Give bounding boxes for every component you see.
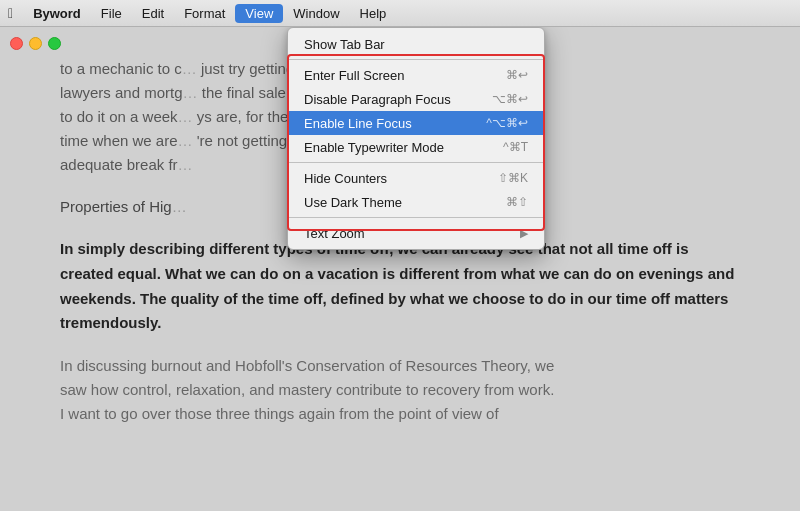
- window-controls[interactable]: [10, 37, 61, 50]
- submenu-arrow-icon: ▶: [520, 227, 528, 240]
- menu-enter-full-screen[interactable]: Enter Full Screen ⌘↩: [288, 63, 544, 87]
- menu-file[interactable]: File: [91, 4, 132, 23]
- paragraph-2: In discussing burnout and Hobfoll's Cons…: [60, 354, 740, 426]
- menubar:  Byword File Edit Format View Window He…: [0, 0, 800, 27]
- menu-hide-counters[interactable]: Hide Counters ⇧⌘K: [288, 166, 544, 190]
- bold-paragraph: In simply describing different types of …: [60, 237, 740, 336]
- maximize-button[interactable]: [48, 37, 61, 50]
- menu-window[interactable]: Window: [283, 4, 349, 23]
- view-menu-dropdown: Show Tab Bar Enter Full Screen ⌘↩ Disabl…: [287, 27, 545, 250]
- menu-separator-3: [288, 217, 544, 218]
- menu-use-dark-theme[interactable]: Use Dark Theme ⌘⇧: [288, 190, 544, 214]
- close-button[interactable]: [10, 37, 23, 50]
- menu-separator-2: [288, 162, 544, 163]
- menu-items: Byword File Edit Format View Window Help: [23, 4, 396, 23]
- minimize-button[interactable]: [29, 37, 42, 50]
- content-area: to a mechanic to c… just try getting all…: [0, 27, 800, 511]
- menu-separator-1: [288, 59, 544, 60]
- menu-show-tab-bar[interactable]: Show Tab Bar: [288, 32, 544, 56]
- menu-enable-line-focus[interactable]: Enable Line Focus ^⌥⌘↩: [288, 111, 544, 135]
- menu-enable-typewriter-mode[interactable]: Enable Typewriter Mode ^⌘T: [288, 135, 544, 159]
- menu-disable-paragraph-focus[interactable]: Disable Paragraph Focus ⌥⌘↩: [288, 87, 544, 111]
- menu-help[interactable]: Help: [350, 4, 397, 23]
- menu-edit[interactable]: Edit: [132, 4, 174, 23]
- apple-logo-icon[interactable]: : [8, 5, 13, 21]
- menu-view[interactable]: View: [235, 4, 283, 23]
- menu-byword[interactable]: Byword: [23, 4, 91, 23]
- menu-format[interactable]: Format: [174, 4, 235, 23]
- menu-text-zoom[interactable]: Text Zoom ▶: [288, 221, 544, 245]
